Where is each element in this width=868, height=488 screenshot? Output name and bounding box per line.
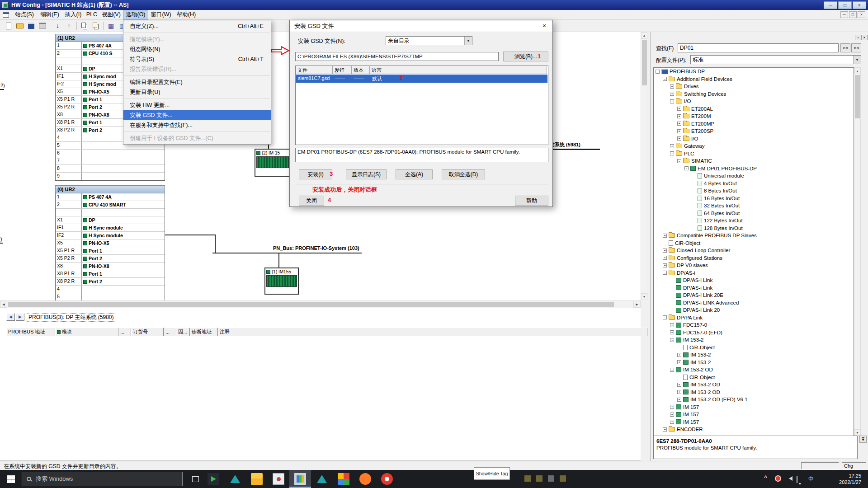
tree-item[interactable]: +Drives [654,83,854,90]
tree-item[interactable]: +Switching Devices [654,90,854,98]
tree-item[interactable]: 8 Bytes In/Out [654,187,854,195]
expand-icon[interactable]: + [663,234,667,238]
info-pane-icon[interactable]: Ŧ [859,436,867,443]
menu-item-11[interactable]: 安装 HW 更新... [123,100,271,110]
find-next-button[interactable] [851,43,861,52]
scrollbar-thumb[interactable] [642,40,647,85]
expand-icon[interactable]: + [670,420,674,424]
tree-item[interactable]: +Compatible PROFIBUS DP Slaves [654,232,854,239]
expand-icon[interactable]: + [677,383,681,387]
tree-item[interactable]: +FDC157-0 (EFD) [654,329,854,337]
find-input[interactable] [678,43,839,52]
scroll-down-icon[interactable]: ▼ [854,429,860,436]
menubar-item-7[interactable]: 窗口(W) [148,10,174,20]
expand-icon[interactable]: + [663,249,667,253]
scroll-up-icon[interactable]: ▲ [854,68,860,74]
tree-item[interactable]: -DP/AS-i [654,269,854,277]
chevron-down-icon[interactable]: ▼ [464,37,472,45]
close-button[interactable]: 关闭 [299,196,324,206]
configure-network-button[interactable]: ▦ [105,21,117,31]
catalog-scrollbar[interactable]: ▲ ▼ [854,67,861,436]
browse-button[interactable]: 浏览(B)... [503,52,548,61]
close-catalog-icon[interactable]: × [861,35,868,40]
tray-overflow-icon[interactable] [560,475,566,482]
rack-row[interactable] [56,209,165,216]
paste-button[interactable] [90,21,101,31]
tree-item[interactable]: +DP V0 slaves [654,262,854,269]
tree-item[interactable]: +IM 153-2 [654,359,854,366]
chevron-down-icon[interactable]: ▼ [853,56,861,64]
minimize-icon[interactable]: ─ [824,1,837,9]
bpane-column-5[interactable]: ... [164,328,176,336]
taskbar-app-browser[interactable] [354,470,376,488]
tree-item[interactable]: 4 Bytes In/Out [654,180,854,188]
horizontal-scrollbar[interactable]: ◀ ▶ [0,300,641,308]
tree-item[interactable]: 32 Bytes In/Out [654,202,854,210]
menubar-item-8[interactable]: 帮助(H) [174,10,199,20]
tree-item[interactable]: 128 Bytes In/Out [654,225,854,232]
expand-icon[interactable]: + [677,129,681,133]
child-minimize-icon[interactable]: ─ [840,11,848,18]
rack-row[interactable]: X1DP [56,216,165,224]
menu-item-13[interactable]: 在服务和支持中查找(F)... [123,120,271,130]
taskbar-app-chat[interactable] [376,470,398,488]
taskbar-app-hwconfig[interactable] [289,470,311,488]
tree-item[interactable]: -SIMATIC [654,157,854,165]
print-button[interactable] [37,21,48,31]
collapse-icon[interactable]: - [670,368,674,372]
tree-item[interactable]: -PROFIBUS DP [654,68,854,75]
gsd-file-row-selected[interactable]: siem81C7.gsd————默认 [296,75,547,83]
tree-item[interactable]: DP/AS-i Link [654,277,854,284]
expand-icon[interactable]: + [670,144,674,148]
upload-from-plc-button[interactable]: ↑ [63,21,75,31]
im-device-2[interactable]: (2) IM 15 [255,149,291,177]
tree-item[interactable]: -PLC [654,150,854,158]
tree-item[interactable]: Universal module [654,172,854,180]
menu-item-5[interactable]: 符号表(S)Ctrl+Alt+T [123,54,271,64]
expand-icon[interactable]: + [677,114,681,118]
scroll-right-icon[interactable]: ▶ [633,301,641,308]
rack-row[interactable]: 9 [56,173,165,180]
menubar-item-3[interactable]: 插入(I) [62,10,84,20]
expand-icon[interactable]: + [670,330,674,334]
taskbar-app-step7b[interactable] [311,470,333,488]
gsd-file-table[interactable]: 文件发行版本语言 siem81C7.gsd————默认 [295,66,548,145]
select-all-button[interactable]: 全选(A) [396,169,433,179]
taskbar-app-step7a[interactable] [224,470,246,488]
menubar-item-5[interactable]: 视图(V) [99,10,123,20]
help-button[interactable]: 帮助 [515,196,548,206]
titlebar[interactable]: HW Config - [SIMATIC H 站点(1) (配置) -- AS]… [0,0,868,10]
child-window-icon[interactable] [3,12,9,18]
dialog-close-icon[interactable]: × [536,20,552,32]
collapse-icon[interactable]: - [670,99,674,103]
expand-icon[interactable]: + [663,427,667,432]
tree-item[interactable]: CiR-Object [654,374,854,381]
rack-row[interactable]: X5PN-IO-X5 [56,239,165,247]
rack-row[interactable]: 1PS 407 4A [56,193,165,201]
expand-icon[interactable]: + [663,256,667,260]
expand-icon[interactable]: + [677,122,681,126]
tray-chevron-up-icon[interactable]: ^ [764,474,767,481]
bpane-column-4[interactable]: 订货号 [131,328,164,336]
tree-item[interactable]: +ET200M [654,113,854,120]
expand-icon[interactable]: + [670,84,674,89]
bpane-column-2[interactable]: 模块 [55,328,118,336]
taskbar-search[interactable]: 搜索 Windows [22,472,183,486]
expand-icon[interactable]: + [677,360,681,364]
rack-row[interactable]: 5 [56,293,165,300]
tree-item[interactable]: +FDC157-0 [654,321,854,329]
tree-item[interactable]: +Gateway [654,142,854,150]
tray-overflow-icon[interactable] [536,475,542,482]
menu-item-4[interactable]: 组态网络(N) [123,44,271,54]
tree-item[interactable]: +Closed-Loop Controller [654,247,854,254]
gsd-path-field[interactable]: C:\PROGRAM FILES (X86)\SIEMENS\STEP7\S7T… [295,52,499,61]
tree-item[interactable]: -DP/PA Link [654,314,854,322]
collapse-icon[interactable]: - [670,338,674,342]
module-table-body[interactable] [6,337,635,455]
taskbar-app-snip[interactable] [268,470,289,488]
collapse-icon[interactable]: - [684,166,689,170]
tree-item[interactable]: 122 Bytes In/Out [654,217,854,225]
gsd-column-header-1[interactable]: 文件 [296,66,333,74]
profinet-system-label[interactable]: PN_Bus: PROFINET-IO-System (103) [273,245,359,251]
tree-item[interactable]: CiR-Object [654,239,854,247]
